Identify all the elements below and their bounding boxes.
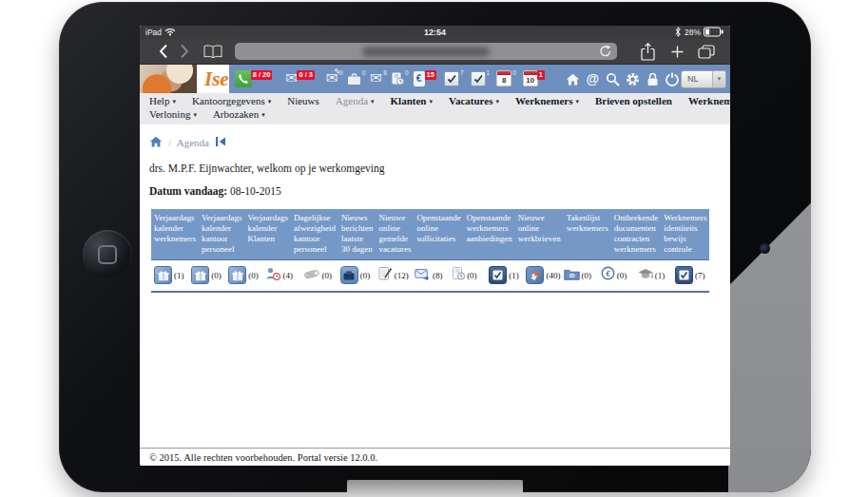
lock-icon[interactable]	[645, 71, 661, 87]
gear-icon[interactable]	[625, 71, 641, 87]
calendar-icon: 8	[496, 70, 511, 87]
menu-row-1: Help▾Kantoorgegevens▾NieuwsAgenda▾Klante…	[149, 95, 721, 108]
menu-item-agenda[interactable]: Agenda▾	[336, 95, 375, 108]
dashboard-cell[interactable]: (7)	[672, 266, 709, 284]
column-header[interactable]: Dagelijkse afwezigheid kantoor personeel	[291, 209, 338, 259]
dashboard-cell[interactable]: ID(0)	[561, 266, 598, 284]
date-line: Datum vandaag: 08-10-2015	[149, 185, 721, 197]
stage: iPad 12:54 28%	[0, 0, 868, 497]
column-header[interactable]: Openstaande werknemers aanbiedingen	[464, 209, 515, 259]
logo-text[interactable]: Ise	[204, 69, 229, 89]
blurred-url	[363, 48, 489, 56]
new-tab-icon[interactable]	[666, 41, 687, 62]
address-bar[interactable]	[235, 43, 617, 60]
count-label: (1)	[509, 271, 519, 280]
dashboard-cell[interactable]: (1)	[486, 266, 523, 284]
date-label: Datum vandaag:	[149, 185, 227, 197]
tabs-icon[interactable]	[696, 41, 717, 62]
header-badge[interactable]: 8 / 20	[235, 69, 273, 89]
dashboard-cell[interactable]: (1)	[635, 266, 672, 284]
column-header[interactable]: Takenlijst werknemers	[564, 209, 611, 259]
column-header[interactable]: Werknemers identiteits bewijs controle	[661, 209, 709, 259]
menu-item-brieven-opstellen[interactable]: Brieven opstellen	[595, 95, 672, 108]
column-header[interactable]: Verjaardags kalender werknemers	[151, 209, 199, 259]
chevron-down-icon: ▼	[712, 71, 725, 87]
column-header[interactable]: Verjaardags kalender Klanten	[244, 209, 290, 259]
column-header[interactable]: Nieuwe online werkbrieven	[515, 209, 564, 259]
search-icon[interactable]	[605, 71, 621, 87]
language-select[interactable]: NL ▼	[681, 70, 726, 88]
menu-item-werknemers[interactable]: Werknemers▾	[515, 95, 579, 108]
menu-item-arbozaken[interactable]: Arbozaken▾	[213, 108, 265, 122]
chevron-down-icon: ▾	[371, 98, 375, 105]
breadcrumb: / Agenda	[149, 136, 721, 149]
newspaper-icon	[303, 267, 320, 284]
refresh-icon[interactable]	[599, 45, 612, 62]
dashboard-cell[interactable]: (1)	[151, 266, 188, 284]
dashboard-cell[interactable]: (12)	[375, 266, 412, 284]
logo-area[interactable]: Ise	[140, 65, 229, 93]
header-badge[interactable]: ✉0 / 3	[284, 69, 315, 89]
chevron-down-icon: ▾	[193, 111, 197, 119]
column-header[interactable]: Nieuwe online gemelde vacatures	[376, 209, 414, 259]
checkbox-tile-icon	[489, 266, 507, 284]
document-clock-icon	[391, 70, 404, 87]
header-badge[interactable]: ✉8	[369, 69, 387, 89]
checkbox-icon	[471, 70, 486, 87]
breadcrumb-label[interactable]: Agenda	[177, 137, 209, 148]
forward-icon[interactable]	[174, 41, 195, 62]
dashboard-cell[interactable]: (40)	[523, 266, 560, 284]
header-badge[interactable]: 80	[496, 69, 516, 89]
column-header[interactable]: Klanten Cao controle	[710, 209, 730, 259]
bookmarks-icon[interactable]	[203, 41, 223, 62]
sync-arrows-icon	[526, 266, 544, 284]
dashboard-cell[interactable]: (4)	[262, 266, 299, 284]
dashboard-cell[interactable]: (0)	[338, 266, 375, 284]
menu-item-help[interactable]: Help▾	[149, 95, 176, 108]
mini-count: 8	[383, 70, 387, 77]
header-badge[interactable]: ✉✎0	[325, 69, 343, 89]
dashboard-cell[interactable]: (0)	[449, 266, 486, 284]
column-header[interactable]: Ontbrekende documenten contracten werkne…	[611, 209, 661, 259]
collapse-icon[interactable]	[215, 136, 226, 149]
envelope-icon: ✉	[369, 70, 382, 87]
home-blue-icon[interactable]	[149, 136, 163, 149]
count-label: (0)	[582, 271, 592, 280]
home-icon[interactable]	[565, 71, 581, 87]
count-label: (0)	[360, 271, 371, 280]
dashboard-table: Verjaardags kalender werknemersVerjaarda…	[151, 209, 709, 293]
header-badge[interactable]: 0	[391, 69, 409, 89]
share-icon[interactable]	[637, 41, 658, 62]
column-header[interactable]: Nieuws berichten laatste 30 dagen	[338, 209, 376, 259]
badge-count: 8 / 20	[251, 70, 273, 80]
header-badge[interactable]: 7	[444, 69, 464, 89]
column-header[interactable]: Openstaande online sollicitaties	[414, 209, 463, 259]
header-badge[interactable]: 101	[523, 69, 545, 89]
header-badge[interactable]: 0	[347, 69, 366, 89]
power-icon[interactable]	[665, 71, 681, 87]
checkbox-tile-icon	[675, 266, 693, 284]
dashboard-cell[interactable]: €(0)	[598, 266, 635, 284]
header-badge[interactable]: 1	[471, 69, 491, 89]
back-icon[interactable]	[153, 41, 174, 62]
at-icon[interactable]: @	[585, 71, 601, 87]
dashboard-cell[interactable]: (0)	[188, 266, 225, 284]
menu-item-kantoorgegevens[interactable]: Kantoorgegevens▾	[192, 95, 271, 108]
header-badge[interactable]: €15	[413, 69, 436, 89]
mini-count: 1	[487, 70, 491, 77]
dashboard-cell[interactable]: (0)	[300, 266, 338, 284]
menu-item-vacatures[interactable]: Vacatures▾	[449, 95, 499, 108]
count-label: (12)	[395, 271, 409, 280]
menu-bar: Help▾Kantoorgegevens▾NieuwsAgenda▾Klante…	[140, 93, 730, 124]
home-button[interactable]	[83, 230, 132, 279]
briefcase-tile-icon	[340, 266, 358, 284]
menu-item-verloning[interactable]: Verloning▾	[149, 108, 197, 122]
column-header[interactable]: Verjaardags kalender kantoor personeel	[199, 209, 244, 259]
dashboard-cell[interactable]: (0)	[225, 266, 262, 284]
dashboard-cell[interactable]: (8)	[412, 266, 449, 284]
menu-item-nieuws[interactable]: Nieuws	[287, 95, 319, 108]
euro-circle-icon: €	[601, 266, 615, 284]
count-label: (0)	[467, 271, 477, 280]
menu-item-klanten[interactable]: Klanten▾	[391, 95, 433, 108]
menu-item-werknemer-voorstellen[interactable]: Werknemer voorstellen▾	[688, 95, 730, 108]
